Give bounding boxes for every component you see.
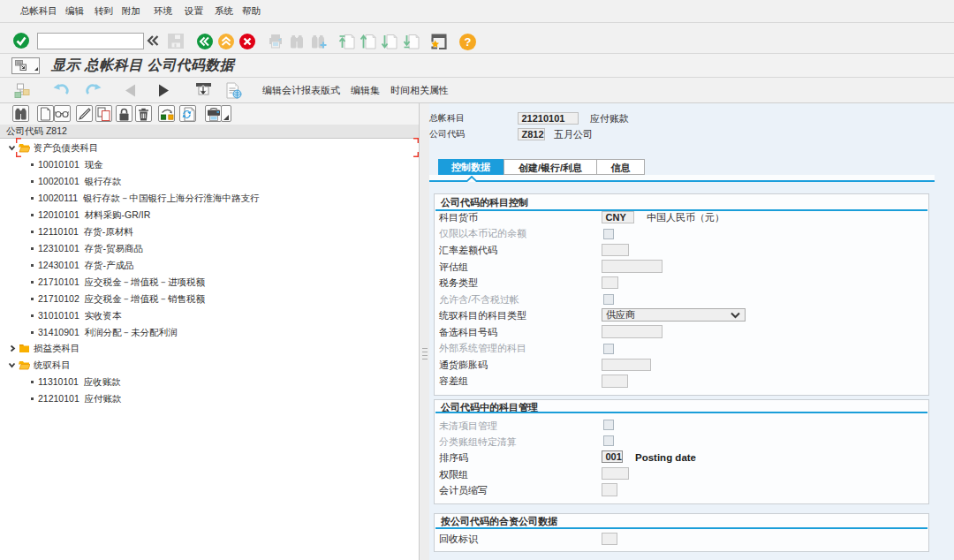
svg-text:?: ? xyxy=(465,35,472,49)
